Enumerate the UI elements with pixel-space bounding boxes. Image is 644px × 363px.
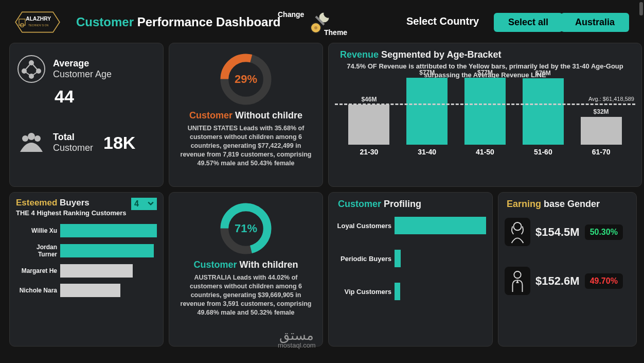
esteemed-row: Willie Xu <box>16 224 157 237</box>
bar-category-label: 61-70 <box>592 148 611 156</box>
revenue-bar-41-50: $77M41-50 <box>462 69 508 156</box>
profiling-bar-area <box>395 250 486 267</box>
esteemed-bar <box>60 284 120 297</box>
donut2-description: AUSTRALIA Leads with 44.02% of customers… <box>175 273 316 317</box>
theme-label: Theme <box>324 28 347 37</box>
esteemed-name: Nichole Nara <box>16 287 57 294</box>
svg-point-17 <box>28 133 35 140</box>
bar-value-label: $32M <box>594 108 609 115</box>
svg-point-18 <box>34 135 41 142</box>
svg-rect-1 <box>19 19 25 25</box>
esteemed-count-dropdown[interactable]: 4 <box>131 198 157 210</box>
profiling-name: Vip Customers <box>335 288 391 296</box>
donut2-title: Customer With children <box>175 260 316 270</box>
revenue-title: Revenue Segmented by Age-Bracket <box>340 49 635 60</box>
profiling-title: Customer Profiling <box>338 199 486 210</box>
total-customer-value: 18K <box>103 133 135 153</box>
donut-without-children-card: 29% Customer Without childre UNITED STAT… <box>169 43 323 187</box>
people-group-icon <box>16 127 47 158</box>
male-earning-value: $152.6M <box>535 274 580 288</box>
profiling-row: Loyal Customers <box>335 217 486 234</box>
avg-revenue-line: Avg.: $61,418,589 <box>335 103 635 105</box>
bar-rect <box>464 78 506 145</box>
svg-line-13 <box>31 63 39 71</box>
esteemed-bar <box>60 224 157 237</box>
esteemed-bar-bg <box>60 284 157 297</box>
customer-profiling-card: Customer Profiling Loyal CustomersPeriod… <box>328 192 493 347</box>
total-customer-sublabel: Customer <box>53 143 93 153</box>
donut-chart-with-children: 71% <box>218 200 274 257</box>
svg-point-6 <box>314 26 317 29</box>
esteemed-subtitle: THE 4 Highest Ranking Customers <box>16 209 157 217</box>
total-customer-label: Total <box>53 132 93 143</box>
female-icon <box>505 218 530 246</box>
donut-with-children-card: 71% Customer With children AUSTRALIA Lea… <box>169 192 323 347</box>
bar-category-label: 51-60 <box>534 148 552 156</box>
esteemed-bar <box>60 264 133 278</box>
profiling-bar <box>395 217 486 234</box>
chevron-down-icon <box>148 199 154 209</box>
gender-row-female: $154.5M 50.30% <box>505 218 630 246</box>
bar-value-label: $77M <box>419 69 435 76</box>
esteemed-bar-bg <box>60 224 157 237</box>
male-earning-pct: 49.70% <box>585 273 623 289</box>
gender-row-male: $152.6M 49.70% <box>505 267 630 295</box>
select-country-label: Select Country <box>406 15 479 27</box>
female-earning-value: $154.5M <box>535 226 580 239</box>
country-button-australia[interactable]: Australia <box>561 13 629 32</box>
profiling-row: Vip Customers <box>335 283 486 300</box>
donut1-title: Customer Without childre <box>175 110 316 121</box>
esteemed-bar-bg <box>60 264 157 278</box>
profiling-row: Periodic Buyers <box>335 250 486 267</box>
page-title: Customer Performance Dashboard <box>76 15 280 29</box>
scrollbar[interactable] <box>639 2 643 15</box>
kpi-card: Average Customer Age 44 Total Customer <box>9 43 164 187</box>
select-all-button[interactable]: Select all <box>494 13 563 32</box>
esteemed-bar <box>60 244 154 257</box>
avg-age-value: 44 <box>55 87 157 107</box>
bar-rect <box>348 105 389 145</box>
esteemed-row: Margaret He <box>16 264 157 278</box>
profiling-name: Periodic Buyers <box>335 255 391 263</box>
esteemed-row: Jordan Turner <box>16 244 157 258</box>
gender-title: Earning base Gender <box>507 199 630 210</box>
avg-age-sublabel: Customer Age <box>53 69 112 80</box>
esteemed-name: Margaret He <box>16 267 57 274</box>
bar-rect <box>406 78 448 145</box>
profiling-bar-area <box>395 217 486 234</box>
network-people-icon <box>16 54 47 84</box>
esteemed-bar-bg <box>60 244 157 257</box>
profiling-bar <box>395 283 400 300</box>
male-icon <box>505 267 530 295</box>
revenue-bar-61-70: $32M61-70 <box>578 108 624 156</box>
donut1-description: UNITED STATES Leads with 35.68% of custo… <box>175 124 316 167</box>
earning-gender-card: Earning base Gender $154.5M 50.30% <box>498 192 637 347</box>
bar-category-label: 41-50 <box>476 148 494 156</box>
change-label: Change <box>278 10 304 19</box>
profiling-bar-area <box>395 283 486 300</box>
donut2-pct: 71% <box>218 200 274 257</box>
revenue-bar-chart: Avg.: $61,418,589 $46M21-30$77M31-40$77M… <box>335 84 635 171</box>
avg-revenue-label: Avg.: $61,418,589 <box>588 96 634 102</box>
revenue-bar-31-40: $77M31-40 <box>404 69 450 156</box>
avg-age-label: Average <box>53 58 112 69</box>
donut1-pct: 29% <box>218 51 274 108</box>
svg-point-24 <box>514 271 521 278</box>
bar-category-label: 21-30 <box>360 148 378 156</box>
brand-logo: ALAZHRY TECHNOV S ON <box>9 7 66 38</box>
revenue-by-age-card: Revenue Segmented by Age-Bracket 74.5% O… <box>328 43 642 187</box>
esteemed-name: Willie Xu <box>16 227 57 234</box>
esteemed-row: Nichole Nara <box>16 284 157 297</box>
profiling-name: Loyal Customers <box>335 222 391 230</box>
svg-point-16 <box>22 135 28 142</box>
bar-value-label: $77M <box>477 69 493 76</box>
svg-line-15 <box>31 71 39 76</box>
donut-chart-without-children: 29% <box>218 51 274 108</box>
female-earning-pct: 50.30% <box>585 224 623 240</box>
bar-value-label: $76M <box>535 70 551 77</box>
esteemed-name: Jordan Turner <box>16 244 57 258</box>
brand-text: ALAZHRY <box>26 16 51 22</box>
svg-marker-0 <box>15 12 60 32</box>
esteemed-buyers-card: Esteemed Buyers 4 THE 4 Highest Ranking … <box>9 192 164 347</box>
bar-category-label: 31-40 <box>418 148 436 156</box>
